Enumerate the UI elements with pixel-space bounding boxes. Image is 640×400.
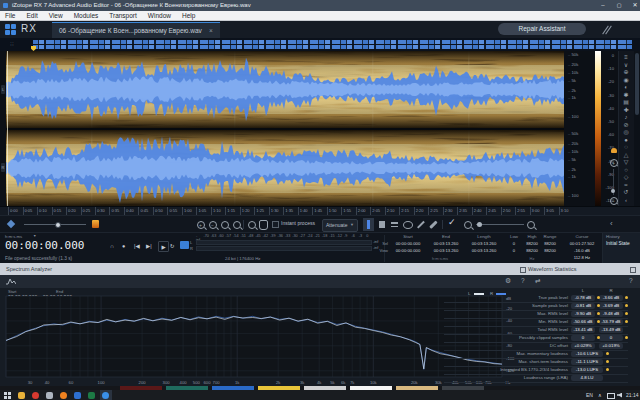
help-icon[interactable]: ? bbox=[629, 277, 633, 284]
start-button[interactable] bbox=[4, 392, 11, 399]
maximize-button[interactable]: ▢ bbox=[613, 0, 625, 11]
app-icon-orange[interactable] bbox=[60, 392, 67, 399]
magnify-tool-icon[interactable] bbox=[248, 221, 256, 229]
spectrogram-canvas[interactable] bbox=[6, 130, 564, 206]
tray-caret-icon[interactable]: ∧ bbox=[598, 392, 602, 398]
collapse-right-icon[interactable]: ‹ bbox=[610, 219, 613, 228]
brush-select-tool[interactable] bbox=[429, 220, 437, 228]
tray-clock[interactable]: 21:14 bbox=[626, 392, 639, 398]
timeline-label: 3:10 bbox=[559, 207, 569, 215]
menu-item-view[interactable]: View bbox=[49, 12, 63, 19]
meter-scale-label: -24 bbox=[307, 234, 313, 238]
menu-item-help[interactable]: Help bbox=[182, 12, 195, 19]
status-message: File opened successfully (1.3 s) bbox=[5, 256, 72, 261]
horizontal-zoom-track[interactable] bbox=[476, 224, 524, 225]
app-icon-red[interactable] bbox=[32, 392, 39, 399]
zoom-in-vertical-icon[interactable]: + bbox=[610, 159, 618, 167]
zoom-all-icon[interactable] bbox=[233, 221, 241, 229]
apply-check-icon[interactable]: ✓ bbox=[448, 217, 456, 227]
next-button[interactable]: ▶| bbox=[146, 241, 152, 251]
history-item[interactable]: Initial State bbox=[606, 241, 630, 246]
horizontal-zoom-thumb[interactable] bbox=[477, 222, 482, 227]
stat-label: Sample peak level bbox=[440, 303, 568, 308]
repair-assistant-button[interactable]: Repair Assistant bbox=[498, 23, 586, 35]
bell-notification-icon[interactable] bbox=[611, 148, 617, 153]
colorbar-tick-label: -50 bbox=[602, 119, 614, 124]
lasso-select-tool[interactable] bbox=[403, 221, 413, 229]
panel-collapse-icon[interactable]: ‹ bbox=[619, 196, 633, 204]
zoom-in-horizontal-icon[interactable] bbox=[527, 221, 535, 229]
playhead-line[interactable] bbox=[7, 51, 8, 206]
instant-process-checkbox[interactable] bbox=[272, 221, 279, 228]
tab-close-icon[interactable]: × bbox=[209, 23, 213, 38]
play-button[interactable]: ▶ bbox=[158, 241, 169, 252]
channel-right-lane[interactable] bbox=[6, 130, 564, 206]
tray-display-icon[interactable] bbox=[607, 393, 615, 400]
timeline-label: 1:10 bbox=[211, 207, 221, 215]
waveform-spectrogram-view[interactable]: L R 50k20k10k5k2k1k10050k20k10k5k2k1k100… bbox=[0, 51, 640, 206]
timeline-label: 1:25 bbox=[254, 207, 264, 215]
channel-right-button[interactable]: R bbox=[1, 163, 5, 172]
record-button[interactable]: ● bbox=[122, 241, 125, 251]
zoom-in-icon[interactable]: + bbox=[197, 221, 205, 229]
menu-item-window[interactable]: Window bbox=[148, 12, 171, 19]
tray-volume-icon[interactable] bbox=[617, 393, 622, 398]
scrollbar-thumb[interactable] bbox=[635, 53, 639, 115]
panel-icon[interactable] bbox=[520, 267, 526, 273]
frequency-select-tool[interactable] bbox=[391, 221, 398, 228]
app-icon-blue[interactable] bbox=[74, 392, 81, 399]
menu-item-edit[interactable]: Edit bbox=[26, 12, 37, 19]
app-icon-gray[interactable] bbox=[46, 392, 53, 399]
spectrogram-canvas[interactable] bbox=[6, 51, 564, 128]
zoom-out-icon[interactable]: − bbox=[209, 221, 217, 229]
menu-item-transport[interactable]: Transport bbox=[109, 12, 137, 19]
time-select-tool[interactable] bbox=[363, 218, 374, 231]
magic-wand-tool[interactable] bbox=[417, 220, 425, 228]
minimize-button[interactable]: – bbox=[597, 0, 609, 11]
loop-button[interactable]: ↻ bbox=[170, 241, 175, 251]
file-overview-strip[interactable]: ⁝⁝ bbox=[0, 38, 640, 52]
previous-button[interactable]: |◀ bbox=[134, 241, 140, 251]
output-monitor-icon[interactable] bbox=[180, 241, 189, 249]
stat-label: Possibly clipped samples bbox=[440, 335, 568, 340]
scrollbar-track[interactable] bbox=[634, 51, 640, 206]
monitor-headphones-button[interactable]: ∩ bbox=[110, 241, 114, 251]
overview-menu-icon[interactable]: ⁝⁝ bbox=[10, 40, 14, 47]
tray-language[interactable]: EN bbox=[586, 392, 593, 398]
channel-left-button[interactable]: L bbox=[1, 85, 5, 94]
time-display: 00:00:00.000 bbox=[5, 239, 84, 252]
frequency-axis: 50k20k10k5k2k1k10050k20k10k5k2k1k100 bbox=[566, 51, 594, 206]
meter-scale-label: -51 bbox=[240, 234, 246, 238]
freq-tick-label: 1k bbox=[568, 95, 576, 100]
waveform-statistics-panel-title[interactable]: Waveform Statistics bbox=[528, 263, 576, 275]
blend-slider-thumb[interactable] bbox=[55, 222, 61, 228]
app-icon-active-blue[interactable] bbox=[102, 392, 109, 399]
preset-icon[interactable]: ⇄ bbox=[535, 277, 540, 285]
grab-hand-icon[interactable] bbox=[259, 220, 268, 230]
app-icon-green[interactable] bbox=[88, 392, 95, 399]
vertical-zoom-thumb[interactable] bbox=[611, 189, 615, 193]
zoom-out-vertical-icon[interactable]: − bbox=[610, 197, 618, 205]
window-titlebar[interactable]: iZotope RX 7 Advanced Audio Editor - 06 … bbox=[0, 0, 640, 11]
close-button[interactable]: ✕ bbox=[629, 0, 640, 11]
menu-item-modules[interactable]: Modules bbox=[74, 12, 99, 19]
menu-item-file[interactable]: File bbox=[5, 12, 15, 19]
timeline-label: 0:20 bbox=[66, 207, 76, 215]
module-toolbar: ≡∨⊕◉◐✱▤✚♪⊘◎●◌△▽○◇≈↺‹ bbox=[618, 51, 634, 206]
cursor-value: -16.0 dB bbox=[564, 248, 600, 253]
time-frequency-select-tool[interactable] bbox=[379, 221, 385, 228]
meter-scale-label: -21 bbox=[314, 234, 320, 238]
spectrogram-colorbar[interactable] bbox=[595, 51, 601, 206]
mode-dropdown[interactable]: Attenuate ▼ bbox=[322, 219, 358, 232]
file-explorer-icon[interactable] bbox=[18, 392, 25, 399]
zoom-out-horizontal-icon[interactable] bbox=[464, 221, 472, 229]
gear-icon[interactable]: ⚙ bbox=[505, 277, 511, 285]
panel-icon[interactable] bbox=[630, 267, 636, 273]
tuner-icon[interactable] bbox=[602, 25, 612, 35]
spectrum-analyzer-panel-title[interactable]: Spectrum Analyzer bbox=[6, 263, 52, 275]
zoom-selection-icon[interactable] bbox=[221, 221, 229, 229]
meter-scale-label: -30 bbox=[292, 234, 298, 238]
document-tab[interactable]: 06 -Обращение К Воен...рованному Еврею.w… bbox=[52, 22, 220, 39]
help-icon[interactable]: ? bbox=[521, 277, 525, 284]
channel-left-lane[interactable] bbox=[6, 51, 564, 128]
